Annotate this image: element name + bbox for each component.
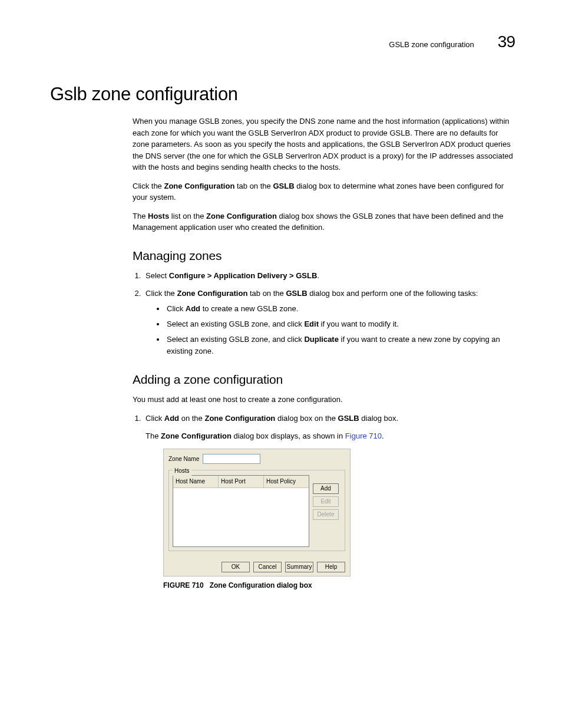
figure-caption: FIGURE 710Zone Configuration dialog box: [163, 580, 515, 591]
col-host-port: Host Port: [219, 476, 264, 487]
col-host-name: Host Name: [173, 476, 219, 487]
intro-paragraph-2: Click the Zone Configuration tab on the …: [133, 180, 515, 203]
figure-title: Zone Configuration dialog box: [210, 581, 312, 589]
help-button[interactable]: Help: [317, 562, 345, 572]
cancel-button[interactable]: Cancel: [253, 562, 282, 572]
adding-zone-steps: Click Add on the Zone Configuration dial…: [133, 413, 515, 591]
heading-managing-zones: Managing zones: [133, 249, 515, 263]
hosts-group-label: Hosts: [173, 466, 191, 476]
heading-adding-zone: Adding a zone configuration: [133, 373, 515, 387]
intro-paragraph-3: The Hosts list on the Zone Configuration…: [133, 210, 515, 233]
bullet-duplicate: Select an existing GSLB zone, and click …: [166, 334, 515, 357]
hosts-group: Hosts Host Name Host Port Host Policy: [168, 470, 345, 551]
intro-paragraph-1: When you manage GSLB zones, you specify …: [133, 116, 515, 173]
hosts-add-button[interactable]: Add: [313, 483, 339, 494]
col-host-policy: Host Policy: [264, 476, 309, 487]
hosts-table[interactable]: Host Name Host Port Host Policy: [173, 475, 309, 547]
managing-step-2-bullets: Click Add to create a new GSLB zone. Sel…: [146, 303, 515, 358]
figure-link-710[interactable]: Figure 710: [345, 431, 382, 440]
zone-name-input[interactable]: [203, 454, 260, 464]
hosts-delete-button[interactable]: Delete: [313, 509, 339, 520]
adding-intro-paragraph: You must add at least one host to create…: [133, 394, 515, 406]
bullet-add: Click Add to create a new GSLB zone.: [166, 303, 515, 315]
adding-step-1: Click Add on the Zone Configuration dial…: [143, 413, 515, 591]
managing-step-2: Click the Zone Configuration tab on the …: [143, 288, 515, 358]
zone-name-label: Zone Name: [168, 454, 199, 464]
figure-number: FIGURE 710: [163, 581, 204, 589]
managing-zones-steps: Select Configure > Application Delivery …: [133, 270, 515, 358]
summary-button[interactable]: Summary: [285, 562, 313, 572]
hosts-edit-button[interactable]: Edit: [313, 496, 339, 507]
managing-step-1: Select Configure > Application Delivery …: [143, 270, 515, 282]
adding-step-1-result: The Zone Configuration dialog box displa…: [146, 430, 515, 442]
zone-configuration-dialog: Zone Name Hosts Host Name Host Port Host…: [163, 449, 351, 577]
running-header-topic: GSLB zone configuration: [389, 40, 474, 49]
ok-button[interactable]: OK: [222, 562, 250, 572]
running-header: GSLB zone configuration 39: [50, 32, 515, 51]
running-header-chapter-number: 39: [498, 32, 515, 51]
bullet-edit: Select an existing GSLB zone, and click …: [166, 318, 515, 330]
page-title: Gslb zone configuration: [50, 84, 515, 105]
